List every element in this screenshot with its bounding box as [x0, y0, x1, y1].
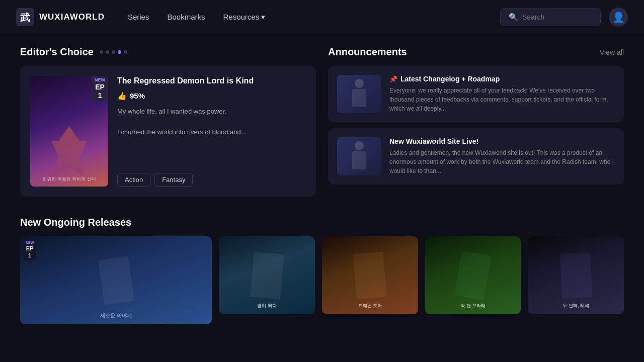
- dot-5[interactable]: [124, 50, 127, 54]
- nav-bookmarks[interactable]: Bookmarks: [160, 10, 212, 25]
- svg-text:武: 武: [20, 12, 31, 23]
- korean-title: 회귀한 마왕은 착하게 산다: [33, 176, 105, 183]
- dot-3[interactable]: [112, 50, 115, 54]
- announcement-card-1[interactable]: 📌 Latest Changelog + Roadmap Everyone, w…: [328, 66, 624, 122]
- person-silhouette-2: [350, 141, 368, 171]
- announcement-image-2: [337, 137, 381, 175]
- tag-action[interactable]: Action: [117, 173, 150, 187]
- new-releases-title: New Ongoing Releases: [20, 217, 624, 228]
- release-title-1: 새로운 이야기: [20, 312, 212, 319]
- user-avatar[interactable]: 👤: [609, 8, 628, 27]
- search-input[interactable]: [522, 13, 592, 21]
- featured-rating: 👍 95%: [117, 92, 306, 101]
- logo-text: WUXIAWORLD: [39, 12, 105, 22]
- announcement-content-2: New Wuxiaworld Site Live! Ladies and gen…: [389, 137, 615, 175]
- announcement-card-2[interactable]: New Wuxiaworld Site Live! Ladies and gen…: [328, 128, 624, 185]
- featured-description: My whole life, all I wanted was power. I…: [117, 107, 306, 166]
- nav-links: Series Bookmarks Resources ▾: [121, 10, 500, 25]
- announcement-text-2: Ladies and gentlemen, the new Wuxiaworld…: [389, 148, 615, 175]
- release-card-5[interactable]: 두 번째, 래세: [528, 236, 624, 314]
- release-card-1[interactable]: NEW EP 1 새로운 이야기: [20, 236, 212, 324]
- announcements-header: Announcements View all: [328, 46, 624, 58]
- release-title-3: 드래곤 포어: [322, 303, 418, 309]
- navigation: 武 WUXIAWORLD Series Bookmarks Resources …: [0, 0, 644, 34]
- person-silhouette-1: [350, 79, 368, 109]
- release-title-4: 백 팬 으라래: [425, 303, 521, 309]
- new-releases-header: New Ongoing Releases: [20, 217, 624, 228]
- dot-4[interactable]: [118, 50, 121, 54]
- editors-featured-card[interactable]: NEW EP 1 회귀한 마왕은 착하게 산다 The Regressed De…: [20, 66, 316, 197]
- release-badge-1: NEW EP 1: [23, 239, 36, 260]
- new-releases-section: New Ongoing Releases NEW EP 1 새로운 이야기 별이…: [20, 217, 624, 324]
- dot-2[interactable]: [106, 50, 109, 54]
- release-card-4[interactable]: 백 팬 으라래: [425, 236, 521, 314]
- logo-icon: 武: [16, 8, 34, 26]
- featured-book-cover: NEW EP 1 회귀한 마왕은 착하게 산다: [30, 76, 108, 187]
- release-title-5: 두 번째, 래세: [528, 303, 624, 309]
- view-all-link[interactable]: View all: [600, 48, 624, 56]
- nav-resources[interactable]: Resources ▾: [216, 10, 273, 25]
- new-episode-badge: NEW EP 1: [92, 76, 108, 101]
- search-box[interactable]: 🔍: [500, 8, 601, 26]
- release-card-2[interactable]: 별이 되다: [219, 236, 315, 314]
- editors-choice-header: Editor's Choice: [20, 46, 316, 58]
- announcement-content-1: 📌 Latest Changelog + Roadmap Everyone, w…: [389, 75, 615, 113]
- announcement-title-2: New Wuxiaworld Site Live!: [389, 137, 615, 145]
- editors-choice-section: Editor's Choice NEW EP 1: [20, 46, 316, 197]
- announcements-title: Announcements: [328, 46, 407, 58]
- featured-tags: Action Fantasy: [117, 173, 306, 187]
- rating-value: 95%: [130, 92, 145, 100]
- top-section: Editor's Choice NEW EP 1: [20, 46, 624, 197]
- featured-card-content: The Regressed Demon Lord is Kind 👍 95% M…: [117, 76, 306, 187]
- new-releases-grid: NEW EP 1 새로운 이야기 별이 되다 드래곤 포어 백 팬 으라래: [20, 236, 624, 324]
- release-title-2: 별이 되다: [219, 303, 315, 309]
- announcement-image-1: [337, 75, 381, 113]
- release-card-3[interactable]: 드래곤 포어: [322, 236, 418, 314]
- featured-title: The Regressed Demon Lord is Kind: [117, 76, 306, 86]
- main-content: Editor's Choice NEW EP 1: [0, 34, 644, 336]
- thumbs-up-icon: 👍: [117, 92, 127, 101]
- tag-fantasy[interactable]: Fantasy: [154, 173, 193, 187]
- pin-icon-1: 📌: [389, 75, 397, 83]
- nav-series[interactable]: Series: [121, 10, 156, 25]
- dot-1[interactable]: [100, 50, 103, 54]
- dot-indicators: [100, 50, 127, 54]
- announcements-section: Announcements View all 📌 Latest Changelo…: [328, 46, 624, 197]
- chevron-down-icon: ▾: [261, 13, 265, 22]
- editors-choice-title: Editor's Choice: [20, 46, 94, 58]
- search-icon: 🔍: [509, 13, 518, 22]
- user-icon: 👤: [612, 11, 625, 23]
- announcement-text-1: Everyone, we really appreciate all of yo…: [389, 86, 615, 113]
- site-logo[interactable]: 武 WUXIAWORLD: [16, 8, 105, 26]
- announcement-title-1: 📌 Latest Changelog + Roadmap: [389, 75, 615, 83]
